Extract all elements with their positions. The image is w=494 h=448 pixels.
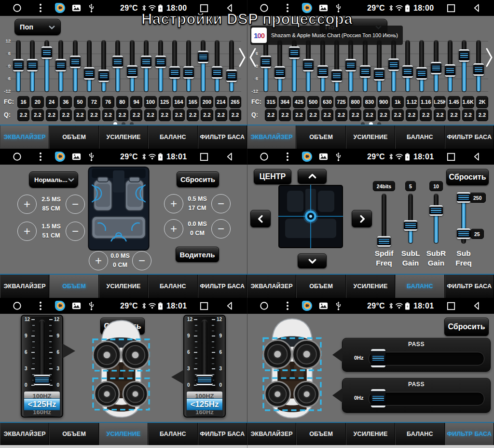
eq-band-handle[interactable] bbox=[112, 56, 123, 68]
eq-band-handle[interactable] bbox=[55, 59, 66, 71]
back-button[interactable] bbox=[472, 3, 481, 13]
tab-bass-filter[interactable]: ФИЛЬТР БАСА bbox=[198, 423, 247, 445]
increase-delay-button[interactable]: + bbox=[164, 219, 183, 238]
recent-apps-button[interactable] bbox=[447, 302, 455, 310]
menu-dots-button[interactable] bbox=[286, 152, 289, 161]
tab-equalizer[interactable]: ЭКВАЛАЙЗЕР bbox=[247, 275, 296, 298]
eq-band-handle[interactable] bbox=[127, 65, 137, 78]
eq-band-handle[interactable] bbox=[183, 66, 194, 79]
increase-delay-button[interactable]: + bbox=[17, 195, 37, 214]
home-circle-button[interactable] bbox=[260, 152, 269, 161]
reset-button[interactable]: Сбросить bbox=[444, 318, 489, 336]
app-logo-icon[interactable] bbox=[55, 300, 66, 311]
tab-equalizer[interactable]: ЭКВАЛАЙЗЕР bbox=[0, 275, 49, 298]
eq-band-slider[interactable] bbox=[98, 39, 110, 93]
tab-volume[interactable]: ОБЪЕМ bbox=[49, 423, 98, 445]
eq-band-handle[interactable] bbox=[402, 65, 413, 78]
eq-band-handle[interactable] bbox=[303, 59, 314, 71]
car-speaker-map[interactable] bbox=[92, 318, 151, 420]
eq-band-slider[interactable] bbox=[430, 39, 442, 93]
tab-bass-filter[interactable]: ФИЛЬТР БАСА bbox=[445, 126, 494, 149]
eq-band-slider[interactable] bbox=[274, 39, 286, 93]
eq-band-handle[interactable] bbox=[459, 49, 469, 62]
filter-frequency-handle[interactable] bbox=[371, 389, 385, 407]
eq-band-handle[interactable] bbox=[169, 66, 180, 79]
tab-balance[interactable]: БАЛАНС bbox=[395, 126, 444, 149]
eq-band-slider[interactable] bbox=[41, 39, 53, 93]
menu-dots-button[interactable] bbox=[286, 3, 289, 13]
filter-frequency-handle[interactable] bbox=[371, 349, 385, 367]
eq-band-handle[interactable] bbox=[431, 62, 441, 74]
app-logo-icon[interactable] bbox=[302, 151, 313, 162]
eq-band-slider[interactable] bbox=[302, 39, 314, 93]
back-button[interactable] bbox=[225, 301, 234, 310]
eq-band-slider[interactable] bbox=[140, 39, 152, 93]
tab-bass-filter[interactable]: ФИЛЬТР БАСА bbox=[445, 423, 494, 445]
eq-band-handle[interactable] bbox=[274, 66, 285, 79]
home-circle-button[interactable] bbox=[13, 152, 22, 161]
tab-balance[interactable]: БАЛАНС bbox=[148, 423, 197, 445]
eq-band-slider[interactable] bbox=[126, 39, 138, 93]
back-button[interactable] bbox=[472, 152, 481, 161]
eq-band-handle[interactable] bbox=[141, 56, 151, 68]
eq-band-handle[interactable] bbox=[198, 51, 208, 63]
eq-band-handle[interactable] bbox=[416, 67, 427, 80]
eq-band-handle[interactable] bbox=[13, 59, 24, 71]
tab-equalizer[interactable]: ЭКВАЛАЙЗЕР bbox=[0, 423, 49, 445]
eq-band-handle[interactable] bbox=[445, 64, 455, 77]
increase-delay-button[interactable]: + bbox=[89, 251, 108, 270]
tab-gain[interactable]: УСИЛЕНИЕ bbox=[99, 126, 148, 149]
tab-gain[interactable]: УСИЛЕНИЕ bbox=[99, 275, 148, 298]
next-bands-arrow[interactable] bbox=[239, 48, 246, 69]
eq-band-handle[interactable] bbox=[317, 65, 328, 78]
eq-band-slider[interactable] bbox=[416, 39, 427, 93]
eq-band-slider[interactable] bbox=[112, 39, 124, 93]
eq-band-handle[interactable] bbox=[473, 63, 484, 76]
balance-left-button[interactable] bbox=[250, 210, 271, 227]
eq-band-slider[interactable] bbox=[169, 39, 180, 93]
fader-down-button[interactable] bbox=[298, 253, 327, 268]
eq-band-handle[interactable] bbox=[70, 56, 81, 68]
next-bands-arrow[interactable] bbox=[486, 48, 493, 69]
back-button[interactable] bbox=[225, 3, 234, 13]
eq-band-slider[interactable] bbox=[211, 39, 223, 93]
tab-bass-filter[interactable]: ФИЛЬТР БАСА bbox=[198, 126, 247, 149]
tab-volume[interactable]: ОБЪЕМ bbox=[296, 423, 345, 445]
recent-apps-button[interactable] bbox=[200, 153, 208, 161]
eq-band-handle[interactable] bbox=[331, 70, 342, 82]
balance-position-map[interactable] bbox=[278, 185, 343, 248]
menu-dots-button[interactable] bbox=[39, 301, 42, 310]
gain-slider-handle[interactable] bbox=[34, 375, 50, 385]
app-logo-icon[interactable] bbox=[55, 151, 66, 162]
eq-band-slider[interactable] bbox=[331, 39, 343, 93]
prev-bands-arrow[interactable] bbox=[249, 48, 256, 69]
fader-up-button[interactable] bbox=[298, 169, 327, 184]
recent-apps-button[interactable] bbox=[447, 4, 455, 13]
eq-band-slider[interactable] bbox=[27, 39, 38, 93]
menu-dots-button[interactable] bbox=[39, 152, 42, 161]
home-circle-button[interactable] bbox=[13, 301, 22, 310]
eq-band-slider[interactable] bbox=[288, 39, 300, 93]
driver-position-button[interactable]: Водитель bbox=[176, 247, 219, 262]
eq-band-handle[interactable] bbox=[226, 70, 237, 82]
recent-apps-button[interactable] bbox=[200, 302, 208, 310]
tab-volume[interactable]: ОБЪЕМ bbox=[49, 275, 98, 298]
eq-band-slider[interactable] bbox=[359, 39, 371, 93]
tab-equalizer[interactable]: ЭКВАЛАЙЗЕР bbox=[0, 126, 49, 149]
tab-volume[interactable]: ОБЪЕМ bbox=[49, 126, 98, 149]
tab-balance[interactable]: БАЛАНС bbox=[148, 275, 197, 298]
menu-dots-button[interactable] bbox=[39, 3, 42, 13]
eq-band-handle[interactable] bbox=[41, 46, 52, 59]
eq-band-slider[interactable] bbox=[183, 39, 194, 93]
home-circle-button[interactable] bbox=[13, 3, 22, 13]
eq-band-slider[interactable] bbox=[55, 39, 67, 93]
back-button[interactable] bbox=[225, 152, 234, 161]
slider-handle-lower[interactable] bbox=[457, 228, 470, 239]
crossover-frequency-picker[interactable]: 100HZ<125Hz160Hz bbox=[186, 391, 223, 416]
decrease-delay-button[interactable]: − bbox=[132, 251, 151, 270]
gain-slider-handle[interactable] bbox=[196, 375, 213, 385]
eq-band-slider[interactable] bbox=[317, 39, 329, 93]
eq-band-slider[interactable] bbox=[83, 39, 95, 93]
eq-band-slider[interactable] bbox=[260, 39, 272, 93]
recent-apps-button[interactable] bbox=[447, 153, 455, 161]
